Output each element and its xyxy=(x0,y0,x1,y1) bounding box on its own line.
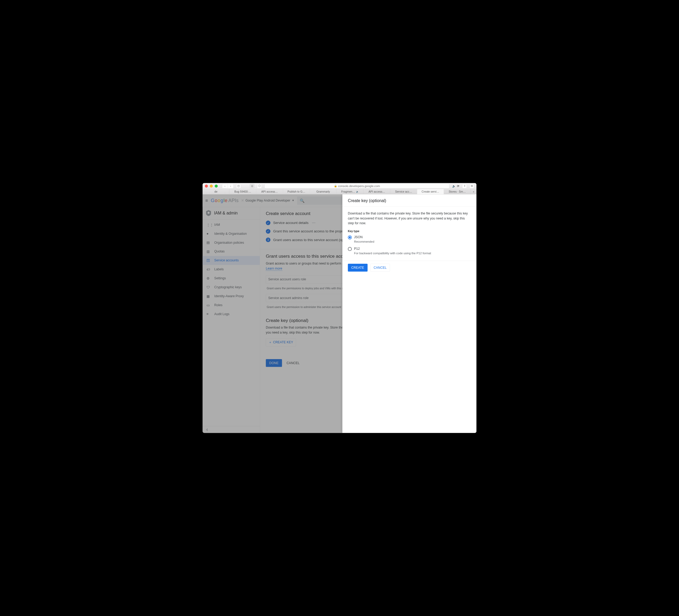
radio-sublabel: For backward compatibility with code usi… xyxy=(354,251,431,255)
traffic-lights xyxy=(205,184,218,187)
create-key-panel: Create key (optional) Download a file th… xyxy=(343,194,477,433)
zoom-window-icon[interactable] xyxy=(215,184,218,187)
done-button[interactable]: DONE xyxy=(266,359,282,367)
panel-desc: Download a file that contains the privat… xyxy=(348,211,471,225)
minimize-window-icon[interactable] xyxy=(210,184,213,187)
tab-item[interactable]: Bug 59400:… xyxy=(229,189,256,194)
learn-more-link[interactable]: Learn more xyxy=(266,267,282,271)
tab-item[interactable]: Service acc… xyxy=(390,189,417,194)
close-window-icon[interactable] xyxy=(205,184,208,187)
cancel-button[interactable]: CANCEL xyxy=(287,359,299,367)
quota-icon: ▥ xyxy=(206,249,211,253)
back-button[interactable]: ‹ xyxy=(222,184,228,188)
search-icon: 🔍 xyxy=(300,198,304,203)
sidebar-item-service-accounts[interactable]: ⚿Service accounts xyxy=(202,256,260,265)
shield-icon xyxy=(206,210,211,216)
roles-icon: ▭ xyxy=(206,303,211,307)
google-apis-logo[interactable]: Google APIs xyxy=(211,198,238,204)
people-icon: ⋮⋮ xyxy=(206,223,211,226)
panel-title: Create key (optional) xyxy=(343,194,477,207)
sidebar-toggle-icon[interactable]: ◫ xyxy=(236,184,241,188)
sidebar-item-settings[interactable]: ⚙Settings xyxy=(202,274,260,283)
keytype-p12-option[interactable]: P12 For backward compatibility with code… xyxy=(348,247,471,255)
plus-icon: ＋ xyxy=(269,340,272,345)
tag-icon: 🏷 xyxy=(206,268,211,271)
tab-item-active[interactable]: Create servi… xyxy=(417,189,444,194)
profile-icon[interactable]: ◎ xyxy=(250,184,254,188)
project-name: Google Play Android Developer xyxy=(246,199,290,202)
tab-item[interactable]: de xyxy=(202,189,229,194)
sidebar-item-labels[interactable]: 🏷Labels xyxy=(202,265,260,274)
sidebar-item-audit-logs[interactable]: ≡Audit Logs xyxy=(202,310,260,318)
check-icon xyxy=(266,229,270,234)
browser-window: ‹ › ◫ ◎ ⓘ 🔒 console.developers.google.co… xyxy=(202,183,477,433)
sidebar-header: IAM & admin xyxy=(202,207,260,219)
step-label: Grant users access to this service accou… xyxy=(273,238,353,242)
step-label: Service account details xyxy=(273,221,309,225)
collapse-sidebar-button[interactable]: ‹| xyxy=(202,426,260,433)
step-number-icon: 3 xyxy=(266,237,270,242)
sidebar-item-roles[interactable]: ▭Roles xyxy=(202,301,260,310)
shield-small-icon: 🛡 xyxy=(206,285,211,289)
radio-label: P12 xyxy=(354,247,431,251)
sidebar-title: IAM & admin xyxy=(214,211,238,215)
keytype-heading: Key type xyxy=(348,230,471,233)
macos-titlebar: ‹ › ◫ ◎ ⓘ 🔒 console.developers.google.co… xyxy=(202,183,477,189)
radio-sublabel: Recommended xyxy=(354,240,374,243)
tabs-overview-icon[interactable]: ⧉ xyxy=(470,184,474,188)
chevron-left-icon: ‹| xyxy=(206,428,207,431)
url-text: console.developers.google.com xyxy=(338,184,380,188)
panel-footer: CREATE CANCEL xyxy=(343,260,477,275)
lock-icon: 🔒 xyxy=(334,184,337,187)
tab-item[interactable]: Fragmen…🔈 xyxy=(336,189,363,194)
sidebar-item-iam[interactable]: ⋮⋮IAM xyxy=(202,220,260,229)
key-icon: ⚿ xyxy=(206,258,211,263)
sidebar-nav: ⋮⋮IAM ●Identity & Organisation ▤Organisa… xyxy=(202,219,260,426)
forward-button[interactable]: › xyxy=(228,184,234,188)
url-bar[interactable]: 🔒 console.developers.google.com xyxy=(264,184,449,188)
project-selector[interactable]: ⁙ Google Play Android Developer ▼ xyxy=(241,199,294,202)
info-icon[interactable]: ⓘ xyxy=(257,184,262,188)
proxy-icon: ▦ xyxy=(206,294,211,298)
create-button[interactable]: CREATE xyxy=(348,264,368,272)
keytype-json-option[interactable]: JSON Recommended xyxy=(348,235,471,243)
sidebar-item-iap[interactable]: ▦Identity-Aware Proxy xyxy=(202,292,260,301)
menu-icon[interactable]: ≡ xyxy=(205,198,208,203)
document-icon: ▤ xyxy=(206,241,211,245)
tab-item[interactable]: API access… xyxy=(363,189,390,194)
tab-item[interactable]: Stores · Sm… xyxy=(444,189,471,194)
sidebar-item-identity[interactable]: ●Identity & Organisation xyxy=(202,229,260,238)
tab-item[interactable]: Grammarly xyxy=(310,189,336,194)
radio-label: JSON xyxy=(354,235,374,239)
new-tab-button[interactable]: ＋ xyxy=(471,189,477,194)
tab-sound-icon[interactable]: 🔈 xyxy=(356,190,359,193)
navigation-buttons: ‹ › xyxy=(222,184,234,188)
radio-unselected-icon xyxy=(348,247,352,251)
sidebar: IAM & admin ⋮⋮IAM ●Identity & Organisati… xyxy=(202,207,260,433)
create-key-button[interactable]: ＋ CREATE KEY xyxy=(266,338,296,346)
project-icon: ⁙ xyxy=(241,199,244,202)
check-icon xyxy=(266,220,270,225)
share-icon[interactable]: ⇪ xyxy=(462,184,467,188)
sidebar-item-crypto-keys[interactable]: 🛡Cryptographic keys xyxy=(202,283,260,292)
tab-item[interactable]: API access… xyxy=(256,189,283,194)
tab-item[interactable]: Publish to G… xyxy=(283,189,310,194)
person-icon: ● xyxy=(206,232,211,236)
radio-selected-icon xyxy=(348,236,352,240)
sound-icon[interactable]: 🔈 xyxy=(452,184,456,188)
sidebar-item-org-policies[interactable]: ▤Organisation policies xyxy=(202,238,260,247)
cancel-button[interactable]: CANCEL xyxy=(370,264,390,272)
gear-icon: ⚙ xyxy=(206,276,211,280)
list-icon: ≡ xyxy=(206,312,211,316)
sidebar-item-quotas[interactable]: ▥Quotas xyxy=(202,247,260,256)
browser-tabstrip: de Bug 59400:… API access… Publish to G…… xyxy=(202,189,477,194)
reload-icon[interactable]: ⟳ xyxy=(457,184,460,188)
chevron-down-icon: ▼ xyxy=(292,199,294,202)
